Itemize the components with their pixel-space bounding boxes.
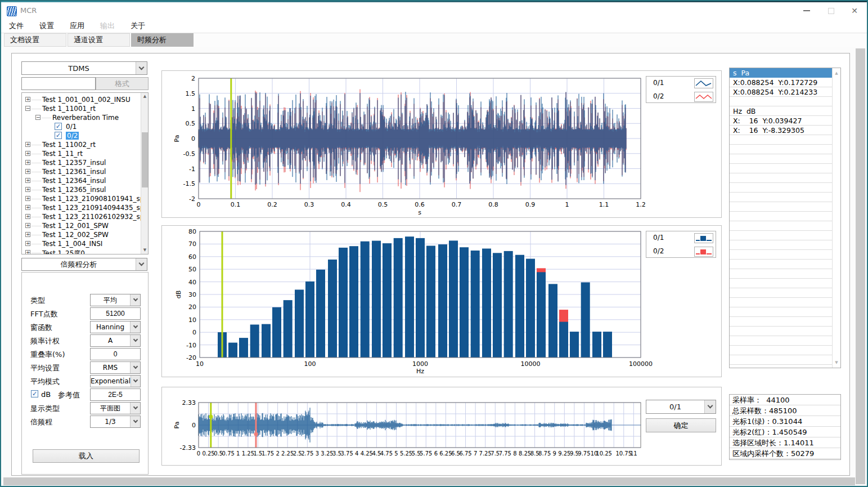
param-select[interactable]: 平均 <box>90 294 141 306</box>
tree-item[interactable]: +Test 1_123_210908101941_spw <box>22 194 140 203</box>
chevron-down-icon[interactable] <box>130 403 140 414</box>
expand-icon[interactable]: + <box>25 223 30 228</box>
tree-item-label[interactable]: Test 1_123_211026102932_spw <box>42 213 149 221</box>
chevron-down-icon[interactable] <box>130 335 140 346</box>
readout-row-empty[interactable] <box>730 97 833 106</box>
readout-row-empty[interactable] <box>730 135 833 145</box>
readout-row-empty[interactable] <box>730 240 833 250</box>
param-select[interactable]: RMS <box>90 361 141 374</box>
tree-item[interactable]: +Test 1_12365_insul <box>22 185 140 194</box>
readout-row-empty[interactable] <box>730 279 833 288</box>
tree-item-label[interactable]: Test 1_12_002_SPW <box>42 231 109 239</box>
param-select[interactable]: Hanning <box>90 321 141 333</box>
overview-waveform-chart[interactable]: 00.250.50.7511.251.51.7522.252.52.7533.2… <box>162 387 721 465</box>
tree-item[interactable]: +Test 1_11_rt <box>22 149 140 158</box>
format-input[interactable] <box>21 77 96 90</box>
tree-item[interactable]: +Test 1_12361_insul <box>22 167 140 176</box>
horizontal-scrollbar[interactable] <box>3 477 855 485</box>
readout-row-empty[interactable] <box>730 355 833 365</box>
tree-item-label[interactable]: Test 1_1_004_INSI <box>42 240 102 248</box>
collapse-icon[interactable]: − <box>25 106 30 111</box>
tree-item-label[interactable]: Test 1_11002_rt <box>42 141 96 149</box>
param-input[interactable] <box>90 348 141 360</box>
file-tree[interactable]: +Test 1_001_001_002_INSU−Test 1_11001_rt… <box>21 92 149 254</box>
expand-icon[interactable]: + <box>25 187 30 192</box>
tree-item[interactable]: +Test 1_12364_insul <box>22 176 140 185</box>
expand-icon[interactable]: + <box>25 97 30 102</box>
tree-item[interactable]: +Test 1_12357_insul <box>22 158 140 167</box>
tree-item[interactable]: +Test 1_123_211026102932_spw <box>22 212 140 221</box>
readout-row-empty[interactable] <box>730 212 833 221</box>
readout-row-empty[interactable] <box>730 269 833 279</box>
readout-row[interactable]: X: 16 Y:0.039427 <box>730 116 833 126</box>
legend-row[interactable]: 0/1 <box>646 231 717 245</box>
readout-row-empty[interactable] <box>730 154 833 164</box>
tree-item-label-selected[interactable]: 0/2 <box>66 132 79 140</box>
tree-item[interactable]: +Test 1_12_001_SPW <box>22 221 140 230</box>
readout-row-empty[interactable] <box>730 164 833 173</box>
readout-row[interactable]: s Pa <box>730 68 833 78</box>
expand-icon[interactable]: + <box>25 205 30 210</box>
tree-item-label[interactable]: Reverberation Time <box>52 114 119 122</box>
tree-item[interactable]: +Test 1_11002_rt <box>22 140 140 149</box>
tree-item[interactable]: −Reverberation Time <box>22 113 140 122</box>
legend-row[interactable]: 0/2 <box>646 245 717 258</box>
chevron-down-icon[interactable] <box>130 362 140 373</box>
vertical-scrollbar[interactable] <box>856 48 865 484</box>
readout-row-empty[interactable] <box>730 231 833 240</box>
tree-item-label[interactable]: Test 1_11001_rt <box>42 105 96 113</box>
readout-row[interactable]: X:0.088254 Y:0.214233 <box>730 87 833 97</box>
expand-icon[interactable]: + <box>25 241 30 246</box>
tree-scrollbar[interactable]: ▲ ▼ <box>141 93 148 254</box>
tree-item[interactable]: 0/1 <box>22 122 140 131</box>
tree-item-label[interactable]: Test 1_12364_insul <box>42 177 106 185</box>
expand-icon[interactable]: + <box>25 214 30 219</box>
expand-icon[interactable]: + <box>25 196 30 201</box>
readout-row[interactable]: Hz dB <box>730 106 833 116</box>
readout-row-empty[interactable] <box>730 193 833 202</box>
tree-item-label[interactable]: Test 1_12357_insul <box>42 159 106 167</box>
chevron-down-icon[interactable] <box>131 376 140 387</box>
checkbox-checked[interactable] <box>55 123 62 130</box>
readout-row-empty[interactable] <box>730 173 833 183</box>
chevron-down-icon[interactable] <box>130 294 140 306</box>
param-select[interactable]: Exponential <box>90 375 141 387</box>
scroll-up-icon[interactable]: ▲ <box>833 69 840 77</box>
legend-row[interactable]: 0/1 <box>646 77 717 90</box>
readout-row-empty[interactable] <box>730 327 833 336</box>
chevron-down-icon[interactable] <box>136 258 147 270</box>
param-select[interactable]: 平面图 <box>90 402 141 414</box>
tree-item-label[interactable]: Test 1_12365_insul <box>42 186 106 194</box>
scroll-down-icon[interactable]: ▼ <box>141 247 149 254</box>
tree-item-label[interactable]: 0/1 <box>66 123 77 131</box>
readout-row-empty[interactable] <box>730 221 833 231</box>
tree-item-label[interactable]: Test 1_001_001_002_INSU <box>42 96 131 104</box>
file-format-select[interactable]: TDMS <box>21 61 147 75</box>
analysis-type-select[interactable]: 倍频程分析 <box>21 258 147 271</box>
readout-row-empty[interactable] <box>730 260 833 269</box>
readout-row-empty[interactable] <box>730 298 833 307</box>
tree-item-label[interactable]: Test 1_123_210914094435_spw <box>42 204 149 212</box>
tree-item-label[interactable]: Test 1_12361_insul <box>42 168 106 176</box>
chevron-down-icon[interactable] <box>130 321 140 333</box>
chevron-down-icon[interactable] <box>136 62 147 74</box>
readout-row-empty[interactable] <box>730 307 833 317</box>
tree-item[interactable]: −Test 1_11001_rt <box>22 104 140 113</box>
param-input[interactable] <box>90 307 141 320</box>
tree-item-label[interactable]: Test 1_123_210908101941_spw <box>42 195 149 203</box>
readout-row-empty[interactable] <box>730 336 833 346</box>
tree-item[interactable]: +Test 1_001_001_002_INSU <box>22 95 140 104</box>
expand-icon[interactable]: + <box>25 160 30 165</box>
tree-item[interactable]: +Test 1_123_210914094435_spw <box>22 203 140 212</box>
chevron-down-icon[interactable] <box>130 416 140 427</box>
readout-row-empty[interactable] <box>730 145 833 154</box>
tree-item-label[interactable]: Test 1_11_rt <box>42 150 83 158</box>
readout-row-empty[interactable] <box>730 250 833 260</box>
load-button[interactable]: 载入 <box>33 449 140 463</box>
expand-icon[interactable]: + <box>25 178 30 183</box>
expand-icon[interactable]: + <box>25 250 30 254</box>
tree-item-label[interactable]: Test 1_12_001_SPW <box>42 222 109 230</box>
tree-item[interactable]: +Test 1_12_002_SPW <box>22 230 140 239</box>
collapse-icon[interactable]: − <box>35 115 41 120</box>
readout-row[interactable]: X:0.088254 Y:0.172729 <box>730 78 833 87</box>
